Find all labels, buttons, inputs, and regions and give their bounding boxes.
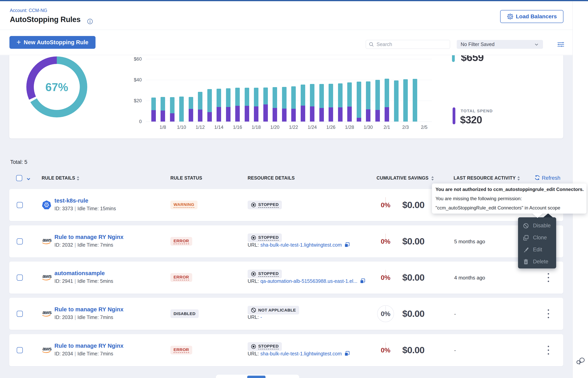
provider-icon: aws [42,345,52,354]
bar-savings-segment [161,97,165,110]
rule-status-label: DISABLED [174,311,195,316]
chevron-down-icon [534,42,539,47]
load-balancers-button[interactable]: Load Balancers [500,10,563,23]
context-menu-item-edit[interactable]: Edit [518,244,556,256]
bar-1/14 [217,89,221,122]
bar-1/27 [338,83,343,122]
bar-spend-segment [338,107,343,122]
rule-status-badge: DISABLED [170,309,199,318]
row-checkbox[interactable] [17,275,23,281]
not-applicable-icon [251,307,256,313]
edit-icon [523,247,529,253]
context-menu-item-delete[interactable]: Delete [518,256,556,268]
x-tick-label: 1/28 [345,124,354,130]
breadcrumb-account-link[interactable]: Account: CCM-NG [10,8,47,13]
rule-name-link[interactable]: Rule to manage RY Nginx [54,234,123,240]
table-row-4: aws Rule to manage RY Nginx ID: 2033|Idl… [9,298,563,330]
savings-donut-chart: 67% [26,56,87,117]
context-menu-beak [543,213,553,217]
rule-name-link[interactable]: test-k8s-rule [54,197,88,204]
svg-text:aws: aws [42,346,52,352]
column-header-rule-details[interactable]: RULE DETAILS [42,176,75,181]
row-menu-kebab-icon[interactable] [544,344,552,357]
bar-savings-segment [235,88,240,106]
rule-status-label: WARNING [174,202,194,208]
resource-status-badge: STOPPED [248,201,282,209]
bar-spend-segment [151,110,156,122]
filter-sliders-icon[interactable] [556,40,565,49]
resource-url-line: URL: sha-bulk-rule-test-1.lightwingtest.… [248,242,350,248]
column-header-resource-details[interactable]: RESOURCE DETAILS [248,176,295,181]
row-checkbox[interactable] [17,238,23,244]
select-all-checkbox[interactable] [16,175,22,181]
row-checkbox[interactable] [17,202,23,208]
page-header: Account: CCM-NG AutoStopping Rules Load … [0,1,573,30]
stopped-icon [251,235,256,241]
context-menu-item-disable[interactable]: Disable [518,220,556,232]
x-tick-label: 1/30 [364,124,373,130]
permission-tooltip: You are not authorized to ccm_autostoppi… [432,184,587,214]
context-menu-item-clone[interactable]: Clone [518,232,556,244]
provider-icon: aws [42,237,52,245]
column-header-rule-status[interactable]: RULE STATUS [170,176,202,181]
resource-url-link[interactable]: sha-bulk-rule-test-1.lightwingtest.com [260,351,342,357]
search-input[interactable] [377,41,447,47]
row-checkbox[interactable] [17,311,23,317]
new-autostopping-rule-button[interactable]: + New AutoStopping Rule [9,36,96,49]
rule-id-idle: ID: 2941|Idle Time: 5mins [54,278,113,284]
chat-icon[interactable] [576,356,585,365]
resource-badge-label: STOPPED [258,344,279,349]
bar-savings-segment [357,82,361,118]
bar-1/24 [310,84,314,122]
x-tick-label: 1/8 [160,124,166,130]
column-header-cumulative-savings[interactable]: CUMULATIVE SAVINGS [377,176,428,181]
bar-spend-segment [245,106,249,122]
saved-filter-select[interactable]: No Filter Saved [457,40,543,49]
refresh-link[interactable]: Refresh [542,175,561,181]
savings-value: $0.00 [402,345,424,355]
bar-savings-segment [301,85,305,106]
pagination-bar [216,375,299,378]
copy-icon [344,242,350,248]
rule-name-link[interactable]: automationsample [54,270,105,277]
column-header-last-resource-activity[interactable]: LAST RESOURCE ACTIVITY [454,176,516,181]
bar-spend-segment [366,109,371,122]
table-row-3: aws automationsample ID: 2941|Idle Time:… [9,262,563,294]
sort-icon[interactable] [517,176,521,181]
last-activity: 5 months ago [454,239,485,245]
resource-url-link[interactable]: qa-automation-alb-515563988.us-east-1.el… [260,278,357,284]
gridline [146,122,432,122]
resource-url-link[interactable]: sha-bulk-rule-test-1.lightwingtest.com [260,242,342,248]
info-icon[interactable] [87,18,93,24]
gear-icon [507,13,513,20]
y-tick-label: 0 [124,119,142,124]
tooltip-line-3: "ccm_autoStoppingRule_edit Connectors" i… [435,203,584,212]
row-menu-kebab-icon[interactable] [544,271,552,284]
copy-icon[interactable] [344,242,350,248]
x-tick-label: 2/3 [402,124,409,130]
clone-icon [523,235,529,241]
rule-name-link[interactable]: Rule to manage RY Nginx [54,306,123,313]
provider-icon [42,200,51,209]
copy-icon[interactable] [360,278,366,284]
bar-2/1 [384,79,389,122]
resource-badge-label: NOT APPLICABLE [258,308,296,312]
row-menu-kebab-icon[interactable] [544,307,552,320]
stopped-icon [251,271,256,277]
resource-url-link[interactable]: - [260,314,262,320]
rule-status-badge: ERROR [170,237,192,246]
sort-icon[interactable] [431,176,435,181]
pagination-active-page[interactable] [247,376,266,378]
total-count-label: Total: 5 [10,159,27,165]
sort-icon[interactable] [76,176,80,181]
rule-name-link[interactable]: Rule to manage RY Nginx [54,343,123,349]
gridline [146,59,432,59]
row-checkbox[interactable] [17,347,23,353]
chevron-down-icon[interactable] [26,176,31,182]
bar-savings-segment [366,81,371,109]
copy-icon[interactable] [344,351,350,357]
search-box [366,40,450,49]
bar-spend-segment [310,106,314,122]
url-label: URL: [248,351,259,357]
refresh-icon[interactable] [534,175,540,181]
